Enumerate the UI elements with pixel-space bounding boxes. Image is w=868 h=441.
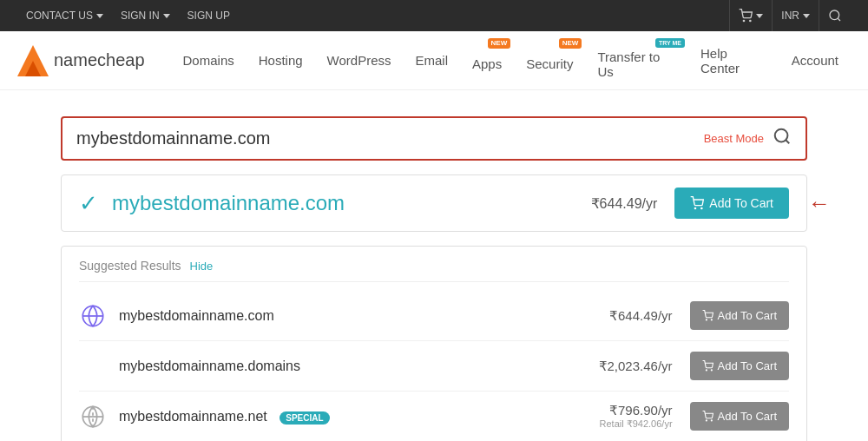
top-bar-left: CONTACT US SIGN IN SIGN UP <box>17 0 729 31</box>
search-box: Beast Mode <box>61 116 807 161</box>
content-area: Beast Mode ✓ mybestdomainname.com ₹644.4… <box>43 116 825 441</box>
suggested-price-2: ₹796.90/yr Retail ₹942.06/yr <box>600 403 673 430</box>
svg-point-8 <box>695 207 696 208</box>
nav-transfer[interactable]: TRY ME Transfer to Us <box>585 31 688 90</box>
suggested-price-1: ₹2,023.46/yr <box>599 359 673 374</box>
nav-links: Domains Hosting WordPress Email NEW Apps… <box>171 31 851 90</box>
top-bar-right: INR <box>729 0 851 31</box>
nav-domains[interactable]: Domains <box>171 31 247 90</box>
highlight-domain: mybestdomainname.com <box>112 191 591 215</box>
suggested-add-cart-button-2[interactable]: Add To Cart <box>690 402 789 431</box>
sign-in-label: SIGN IN <box>121 10 160 22</box>
search-top-link[interactable] <box>819 0 851 31</box>
svg-point-12 <box>706 319 707 320</box>
cart-caret <box>756 14 763 18</box>
suggested-row-0: mybestdomainname.com ₹644.49/yr Add To C… <box>79 291 789 341</box>
globe-icon <box>81 304 105 328</box>
empty-icon-container-1 <box>79 352 107 380</box>
globe-icon-container <box>79 302 107 330</box>
suggested-section: Suggested Results Hide mybestdomainname.… <box>61 246 807 441</box>
sign-in-link[interactable]: SIGN IN <box>112 0 179 31</box>
logo[interactable]: namecheap <box>17 45 145 76</box>
net-icon-container <box>79 403 107 431</box>
suggested-row-1: mybestdomainname.domains ₹2,023.46/yr Ad… <box>79 341 789 392</box>
svg-point-14 <box>706 370 707 371</box>
contact-us-link[interactable]: CONTACT US <box>17 0 112 31</box>
search-input[interactable] <box>76 128 704 148</box>
net-icon <box>81 405 105 429</box>
svg-point-0 <box>744 20 745 21</box>
svg-line-7 <box>786 140 789 143</box>
suggested-header: Suggested Results Hide <box>79 259 789 282</box>
sign-up-label: SIGN UP <box>187 10 230 22</box>
nav-wordpress[interactable]: WordPress <box>315 31 404 90</box>
currency-link[interactable]: INR <box>772 0 819 31</box>
svg-point-15 <box>711 370 712 371</box>
highlight-price: ₹644.49/yr <box>591 195 658 212</box>
suggested-domain-1: mybestdomainname.domains <box>119 359 599 374</box>
search-top-icon <box>828 9 842 23</box>
svg-point-6 <box>775 129 788 142</box>
suggested-domain-0: mybestdomainname.com <box>119 308 609 324</box>
nav-security[interactable]: NEW Security <box>514 31 585 90</box>
svg-point-1 <box>750 20 751 21</box>
nav-help[interactable]: Help Center <box>688 31 779 90</box>
top-bar: CONTACT US SIGN IN SIGN UP INR <box>0 0 868 31</box>
highlight-add-to-cart-button[interactable]: Add To Cart <box>674 188 789 219</box>
svg-point-20 <box>711 420 712 421</box>
nav-account[interactable]: Account <box>779 31 851 90</box>
nav-apps[interactable]: NEW Apps <box>460 31 514 90</box>
svg-point-19 <box>706 420 707 421</box>
special-badge: SPECIAL <box>279 411 329 425</box>
suggested-title: Suggested Results <box>79 259 181 273</box>
logo-icon <box>17 45 49 76</box>
cart-icon-row0 <box>702 310 713 321</box>
nav-hosting[interactable]: Hosting <box>247 31 315 90</box>
highlight-result-row: ✓ mybestdomainname.com ₹644.49/yr Add To… <box>61 174 807 232</box>
svg-point-13 <box>711 319 712 320</box>
arrow-indicator: ← <box>808 190 831 217</box>
svg-point-9 <box>701 207 702 208</box>
svg-point-2 <box>830 10 839 20</box>
search-icon <box>773 127 792 146</box>
nav-email[interactable]: Email <box>404 31 461 90</box>
search-button[interactable] <box>773 127 792 150</box>
suggested-row-2: mybestdomainname.net SPECIAL ₹796.90/yr … <box>79 392 789 441</box>
beast-mode-label[interactable]: Beast Mode <box>704 132 764 145</box>
cart-icon-row2 <box>702 411 713 422</box>
apps-badge: NEW <box>488 38 511 49</box>
cart-link[interactable] <box>729 0 772 31</box>
main-nav: namecheap Domains Hosting WordPress Emai… <box>0 31 868 90</box>
svg-line-3 <box>838 18 840 21</box>
suggested-add-cart-button-0[interactable]: Add To Cart <box>690 301 789 330</box>
cart-icon-row1 <box>702 360 713 372</box>
currency-caret <box>803 14 810 18</box>
sign-in-caret <box>163 14 170 18</box>
currency-label: INR <box>781 10 799 22</box>
suggested-domain-2: mybestdomainname.net SPECIAL <box>119 409 600 425</box>
sign-up-link[interactable]: SIGN UP <box>179 0 239 31</box>
contact-us-caret <box>96 14 103 18</box>
check-icon: ✓ <box>79 190 98 217</box>
contact-us-label: CONTACT US <box>26 10 93 22</box>
cart-icon <box>739 9 753 23</box>
suggested-price-0: ₹644.49/yr <box>609 308 673 324</box>
transfer-badge: TRY ME <box>655 38 685 48</box>
suggested-add-cart-button-1[interactable]: Add To Cart <box>690 352 789 380</box>
logo-text: namecheap <box>54 50 145 70</box>
cart-icon-btn <box>690 196 704 210</box>
security-badge: NEW <box>559 38 582 49</box>
hide-link[interactable]: Hide <box>190 260 214 273</box>
